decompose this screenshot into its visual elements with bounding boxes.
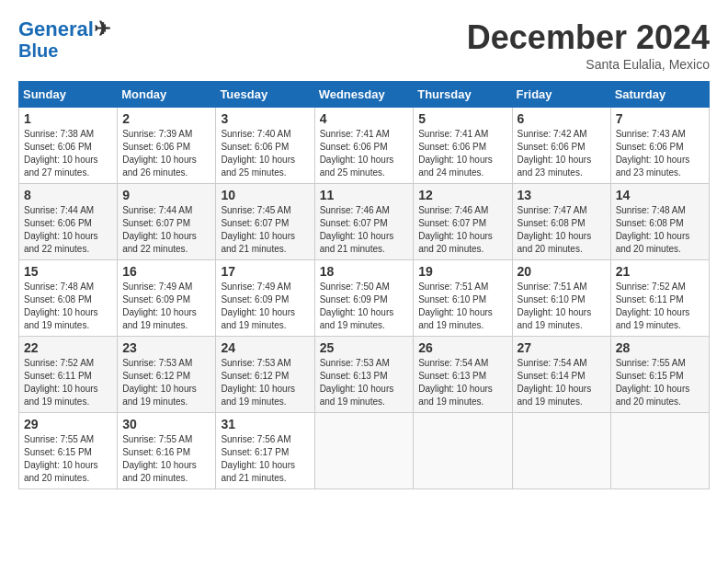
table-row: 21Sunrise: 7:52 AM Sunset: 6:11 PM Dayli… bbox=[610, 260, 709, 337]
col-thursday: Thursday bbox=[414, 82, 512, 108]
table-row: 22Sunrise: 7:52 AM Sunset: 6:11 PM Dayli… bbox=[19, 337, 118, 413]
day-info: Sunrise: 7:52 AM Sunset: 6:11 PM Dayligh… bbox=[616, 281, 704, 332]
day-number: 28 bbox=[616, 340, 704, 355]
table-row: 4Sunrise: 7:41 AM Sunset: 6:06 PM Daylig… bbox=[314, 108, 414, 184]
table-row: 29Sunrise: 7:55 AM Sunset: 6:15 PM Dayli… bbox=[19, 413, 118, 489]
day-info: Sunrise: 7:44 AM Sunset: 6:07 PM Dayligh… bbox=[122, 204, 210, 256]
calendar-header-row: Sunday Monday Tuesday Wednesday Thursday… bbox=[19, 82, 710, 108]
day-number: 27 bbox=[518, 340, 606, 355]
day-info: Sunrise: 7:51 AM Sunset: 6:10 PM Dayligh… bbox=[418, 281, 506, 332]
day-info: Sunrise: 7:49 AM Sunset: 6:09 PM Dayligh… bbox=[221, 281, 309, 332]
day-number: 20 bbox=[518, 264, 606, 279]
table-row bbox=[314, 413, 414, 489]
col-saturday: Saturday bbox=[610, 82, 709, 108]
day-info: Sunrise: 7:45 AM Sunset: 6:07 PM Dayligh… bbox=[221, 204, 309, 256]
table-row: 6Sunrise: 7:42 AM Sunset: 6:06 PM Daylig… bbox=[512, 108, 610, 184]
day-number: 31 bbox=[221, 417, 309, 431]
day-number: 21 bbox=[616, 264, 704, 279]
table-row: 17Sunrise: 7:49 AM Sunset: 6:09 PM Dayli… bbox=[216, 260, 314, 337]
table-row: 7Sunrise: 7:43 AM Sunset: 6:06 PM Daylig… bbox=[610, 108, 709, 184]
table-row: 9Sunrise: 7:44 AM Sunset: 6:07 PM Daylig… bbox=[118, 184, 216, 260]
day-info: Sunrise: 7:53 AM Sunset: 6:12 PM Dayligh… bbox=[122, 357, 210, 408]
col-sunday: Sunday bbox=[19, 82, 118, 108]
col-tuesday: Tuesday bbox=[216, 82, 314, 108]
day-info: Sunrise: 7:48 AM Sunset: 6:08 PM Dayligh… bbox=[616, 204, 704, 256]
table-row bbox=[414, 413, 512, 489]
day-info: Sunrise: 7:53 AM Sunset: 6:12 PM Dayligh… bbox=[221, 357, 309, 408]
day-number: 7 bbox=[616, 111, 704, 126]
table-row: 10Sunrise: 7:45 AM Sunset: 6:07 PM Dayli… bbox=[216, 184, 314, 260]
day-number: 25 bbox=[320, 340, 409, 355]
table-row: 15Sunrise: 7:48 AM Sunset: 6:08 PM Dayli… bbox=[19, 260, 118, 337]
day-info: Sunrise: 7:50 AM Sunset: 6:09 PM Dayligh… bbox=[320, 281, 409, 332]
col-wednesday: Wednesday bbox=[314, 82, 414, 108]
day-number: 14 bbox=[616, 188, 704, 202]
day-info: Sunrise: 7:43 AM Sunset: 6:06 PM Dayligh… bbox=[616, 128, 704, 179]
day-info: Sunrise: 7:56 AM Sunset: 6:17 PM Dayligh… bbox=[221, 433, 309, 485]
table-row: 14Sunrise: 7:48 AM Sunset: 6:08 PM Dayli… bbox=[610, 184, 709, 260]
col-friday: Friday bbox=[512, 82, 610, 108]
day-info: Sunrise: 7:44 AM Sunset: 6:06 PM Dayligh… bbox=[24, 204, 112, 256]
day-number: 9 bbox=[122, 188, 210, 202]
page-header: General✈ Blue December 2024 Santa Eulali… bbox=[18, 18, 710, 72]
day-number: 22 bbox=[24, 340, 112, 355]
calendar-week-row: 8Sunrise: 7:44 AM Sunset: 6:06 PM Daylig… bbox=[19, 184, 710, 260]
day-number: 4 bbox=[320, 111, 409, 126]
day-info: Sunrise: 7:42 AM Sunset: 6:06 PM Dayligh… bbox=[518, 128, 606, 179]
day-number: 18 bbox=[320, 264, 409, 279]
logo-subtext: Blue bbox=[18, 40, 110, 61]
day-number: 8 bbox=[24, 188, 112, 202]
table-row: 20Sunrise: 7:51 AM Sunset: 6:10 PM Dayli… bbox=[512, 260, 610, 337]
day-number: 19 bbox=[418, 264, 506, 279]
location: Santa Eulalia, Mexico bbox=[467, 57, 710, 72]
day-info: Sunrise: 7:48 AM Sunset: 6:08 PM Dayligh… bbox=[24, 281, 112, 332]
day-info: Sunrise: 7:38 AM Sunset: 6:06 PM Dayligh… bbox=[24, 128, 112, 179]
day-number: 17 bbox=[221, 264, 309, 279]
calendar-week-row: 29Sunrise: 7:55 AM Sunset: 6:15 PM Dayli… bbox=[19, 413, 710, 489]
day-info: Sunrise: 7:41 AM Sunset: 6:06 PM Dayligh… bbox=[320, 128, 409, 179]
table-row bbox=[610, 413, 709, 489]
day-info: Sunrise: 7:47 AM Sunset: 6:08 PM Dayligh… bbox=[518, 204, 606, 256]
col-monday: Monday bbox=[118, 82, 216, 108]
table-row: 25Sunrise: 7:53 AM Sunset: 6:13 PM Dayli… bbox=[314, 337, 414, 413]
day-info: Sunrise: 7:52 AM Sunset: 6:11 PM Dayligh… bbox=[24, 357, 112, 408]
day-number: 1 bbox=[24, 111, 112, 126]
day-number: 24 bbox=[221, 340, 309, 355]
day-number: 16 bbox=[122, 264, 210, 279]
day-number: 13 bbox=[518, 188, 606, 202]
table-row: 23Sunrise: 7:53 AM Sunset: 6:12 PM Dayli… bbox=[118, 337, 216, 413]
calendar-week-row: 15Sunrise: 7:48 AM Sunset: 6:08 PM Dayli… bbox=[19, 260, 710, 337]
table-row: 2Sunrise: 7:39 AM Sunset: 6:06 PM Daylig… bbox=[118, 108, 216, 184]
day-info: Sunrise: 7:46 AM Sunset: 6:07 PM Dayligh… bbox=[320, 204, 409, 256]
day-number: 11 bbox=[320, 188, 409, 202]
table-row: 3Sunrise: 7:40 AM Sunset: 6:06 PM Daylig… bbox=[216, 108, 314, 184]
table-row: 18Sunrise: 7:50 AM Sunset: 6:09 PM Dayli… bbox=[314, 260, 414, 337]
table-row: 16Sunrise: 7:49 AM Sunset: 6:09 PM Dayli… bbox=[118, 260, 216, 337]
month-title: December 2024 bbox=[467, 18, 710, 57]
table-row: 19Sunrise: 7:51 AM Sunset: 6:10 PM Dayli… bbox=[414, 260, 512, 337]
day-info: Sunrise: 7:55 AM Sunset: 6:15 PM Dayligh… bbox=[616, 357, 704, 408]
day-info: Sunrise: 7:41 AM Sunset: 6:06 PM Dayligh… bbox=[418, 128, 506, 179]
day-info: Sunrise: 7:55 AM Sunset: 6:15 PM Dayligh… bbox=[24, 433, 112, 485]
day-info: Sunrise: 7:39 AM Sunset: 6:06 PM Dayligh… bbox=[122, 128, 210, 179]
day-number: 29 bbox=[24, 417, 112, 431]
table-row: 27Sunrise: 7:54 AM Sunset: 6:14 PM Dayli… bbox=[512, 337, 610, 413]
day-number: 5 bbox=[418, 111, 506, 126]
calendar-table: Sunday Monday Tuesday Wednesday Thursday… bbox=[18, 81, 710, 489]
table-row: 31Sunrise: 7:56 AM Sunset: 6:17 PM Dayli… bbox=[216, 413, 314, 489]
day-info: Sunrise: 7:54 AM Sunset: 6:14 PM Dayligh… bbox=[518, 357, 606, 408]
day-number: 10 bbox=[221, 188, 309, 202]
calendar-week-row: 22Sunrise: 7:52 AM Sunset: 6:11 PM Dayli… bbox=[19, 337, 710, 413]
day-number: 15 bbox=[24, 264, 112, 279]
table-row: 11Sunrise: 7:46 AM Sunset: 6:07 PM Dayli… bbox=[314, 184, 414, 260]
table-row: 12Sunrise: 7:46 AM Sunset: 6:07 PM Dayli… bbox=[414, 184, 512, 260]
table-row: 1Sunrise: 7:38 AM Sunset: 6:06 PM Daylig… bbox=[19, 108, 118, 184]
table-row: 26Sunrise: 7:54 AM Sunset: 6:13 PM Dayli… bbox=[414, 337, 512, 413]
table-row: 5Sunrise: 7:41 AM Sunset: 6:06 PM Daylig… bbox=[414, 108, 512, 184]
logo-text: General✈ bbox=[18, 18, 110, 40]
day-info: Sunrise: 7:46 AM Sunset: 6:07 PM Dayligh… bbox=[418, 204, 506, 256]
day-number: 6 bbox=[518, 111, 606, 126]
table-row: 8Sunrise: 7:44 AM Sunset: 6:06 PM Daylig… bbox=[19, 184, 118, 260]
day-number: 3 bbox=[221, 111, 309, 126]
logo: General✈ Blue bbox=[18, 18, 110, 61]
